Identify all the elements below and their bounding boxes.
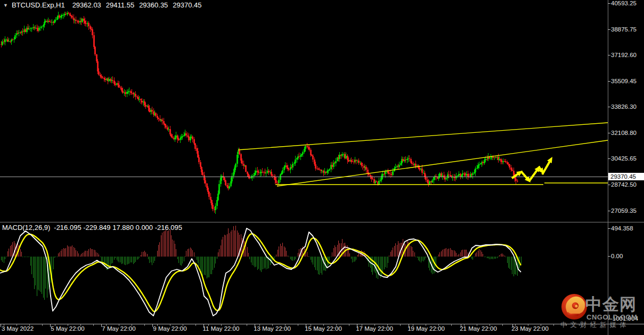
macd-histogram (1, 226, 521, 300)
macd-axis-label: 494.358 (611, 225, 633, 232)
price-axis-label: 35509.45 (611, 78, 637, 84)
time-axis-label: 19 May 22:00 (407, 325, 445, 332)
time-axis-label: 13 May 22:00 (254, 325, 291, 332)
price-axis-label: 30425.65 (611, 155, 637, 162)
price-axis-label: 27059.35 (611, 208, 637, 214)
quote-low: 29360.35 (139, 1, 168, 9)
time-axis-label: 23 May 22:00 (511, 325, 549, 332)
current-price-box: 29370.45 (608, 173, 644, 180)
price-axis-label: 32108.80 (611, 130, 637, 136)
price-axis-label: 40593.25 (611, 0, 637, 6)
quote-open: 29362.03 (72, 1, 101, 9)
macd-axis-label: 0.00 (611, 253, 623, 259)
price-axis-label: 38875.75 (611, 26, 637, 33)
upper-wedge-line[interactable] (238, 123, 608, 150)
watermark-tagline: 中文财经新媒体 (560, 321, 630, 330)
time-axis-label: 21 May 22:00 (460, 325, 497, 332)
bid-price-line (0, 177, 608, 177)
macd-signal-lines (0, 228, 521, 316)
chart-canvas[interactable] (0, 0, 644, 335)
indicator-name: MACD(12,26,9) (2, 224, 50, 232)
time-axis-label: 11 May 22:00 (203, 325, 240, 332)
time-axis-label: 9 May 22:00 (153, 325, 186, 332)
price-axis-label: 37192.60 (611, 52, 637, 58)
time-axis-label: 17 May 22:00 (356, 325, 393, 332)
cngold-watermark: 中金网 CNGOLD.COM 中文财经新媒体 (554, 292, 644, 333)
indicator-label: MACD(12,26,9)-216.095 -229.849 17.880 0.… (2, 224, 182, 232)
axis-tick-marks (1, 3, 610, 327)
forecast-arrow-objects[interactable] (512, 157, 552, 182)
time-axis-label: 5 May 22:00 (51, 325, 84, 332)
time-axis-label: 7 May 22:00 (102, 325, 135, 332)
time-axis-label: 15 May 22:00 (305, 325, 342, 332)
watermark-domain: CNGOLD.COM (586, 313, 637, 321)
quote-high: 29411.55 (106, 1, 134, 9)
symbol-label: BTCUSD.Exp,H1 (12, 1, 65, 9)
price-axis-label: 33826.30 (611, 103, 637, 110)
time-axis-label: 3 May 2022 (2, 325, 34, 332)
symbol-dropdown-icon[interactable]: ▼ (3, 3, 8, 8)
candlestick-series (1, 11, 518, 214)
watermark-brand: 中金网 (585, 293, 637, 316)
price-axis-label: 28742.50 (611, 181, 637, 188)
indicator-values: -216.095 -229.849 17.880 0.000 -216.095 (54, 224, 182, 232)
quote-line: ▼BTCUSD.Exp,H129362.0329411.5529360.3529… (3, 1, 207, 9)
mt4-terminal-window: { "header": { "dropdown_icon": "▼", "sym… (0, 0, 644, 335)
quote-close: 29370.45 (173, 1, 201, 9)
